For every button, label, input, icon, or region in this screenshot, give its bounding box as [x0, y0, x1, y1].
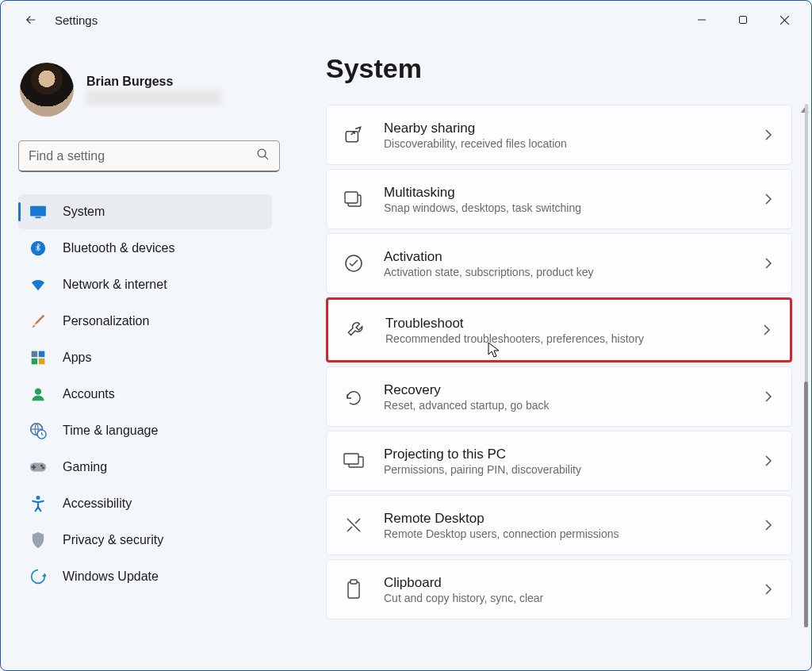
- card-subtitle: Reset, advanced startup, go back: [384, 399, 745, 412]
- title-bar: Settings: [1, 1, 811, 39]
- card-subtitle: Permissions, pairing PIN, discoverabilit…: [384, 463, 745, 476]
- sidebar-item-label: Network & internet: [63, 278, 167, 292]
- remote-icon: [343, 514, 365, 536]
- main-content: System Nearby sharing Discoverability, r…: [286, 39, 811, 670]
- display-icon: [29, 203, 47, 220]
- card-title: Projecting to this PC: [384, 447, 745, 462]
- svg-rect-19: [345, 192, 358, 203]
- wifi-icon: [29, 276, 47, 293]
- chevron-right-icon: [764, 520, 776, 531]
- card-title: Remote Desktop: [384, 511, 745, 527]
- card-title: Clipboard: [384, 575, 745, 591]
- sidebar-item-label: System: [63, 205, 105, 219]
- profile-name: Brian Burgess: [86, 75, 221, 89]
- card-title: Multitasking: [384, 185, 745, 201]
- sidebar-item-label: Gaming: [63, 460, 107, 474]
- scrollbar-thumb[interactable]: [804, 382, 808, 627]
- recovery-icon: [343, 385, 365, 408]
- svg-point-16: [36, 496, 40, 500]
- sidebar-item-bluetooth[interactable]: Bluetooth & devices: [18, 231, 272, 266]
- card-nearby-sharing[interactable]: Nearby sharing Discoverability, received…: [326, 105, 792, 165]
- chevron-right-icon: [764, 391, 776, 402]
- svg-rect-23: [348, 582, 359, 598]
- card-title: Troubleshoot: [385, 316, 744, 332]
- clipboard-icon: [343, 578, 365, 600]
- card-subtitle: Activation state, subscriptions, product…: [384, 266, 745, 278]
- svg-rect-8: [32, 359, 38, 365]
- update-icon: [29, 568, 47, 585]
- svg-point-2: [258, 149, 266, 157]
- sidebar-item-privacy[interactable]: Privacy & security: [18, 523, 272, 558]
- card-projecting[interactable]: Projecting to this PC Permissions, pairi…: [326, 431, 792, 491]
- chevron-right-icon: [764, 455, 776, 466]
- svg-point-10: [35, 389, 41, 395]
- sidebar-item-time-language[interactable]: Time & language: [18, 413, 272, 448]
- sidebar-item-label: Accessibility: [63, 497, 132, 511]
- accessibility-icon: [29, 495, 47, 512]
- svg-point-15: [42, 467, 44, 470]
- card-clipboard[interactable]: Clipboard Cut and copy history, sync, cl…: [326, 559, 792, 619]
- globe-clock-icon: [29, 422, 47, 439]
- multitask-icon: [343, 188, 365, 210]
- chevron-right-icon: [764, 258, 776, 269]
- card-remote-desktop[interactable]: Remote Desktop Remote Desktop users, con…: [326, 495, 792, 555]
- profile-email: [86, 90, 221, 105]
- svg-rect-24: [350, 580, 357, 584]
- nav-list: System Bluetooth & devices Network & int…: [18, 194, 272, 594]
- search-input[interactable]: [29, 149, 250, 163]
- sidebar-item-accessibility[interactable]: Accessibility: [18, 486, 272, 521]
- chevron-right-icon: [764, 129, 776, 140]
- page-title: System: [326, 53, 792, 84]
- project-icon: [343, 450, 365, 472]
- shield-icon: [29, 531, 47, 549]
- sidebar-item-label: Personalization: [63, 314, 149, 328]
- maximize-button[interactable]: [722, 4, 764, 36]
- sidebar-item-label: Windows Update: [63, 569, 159, 584]
- search-box[interactable]: [18, 140, 280, 172]
- sidebar-item-network[interactable]: Network & internet: [18, 267, 272, 302]
- card-subtitle: Discoverability, received files location: [384, 137, 745, 150]
- chevron-right-icon: [764, 194, 776, 205]
- sidebar-item-system[interactable]: System: [18, 194, 272, 229]
- sidebar: Brian Burgess System Bluetooth & devices…: [1, 39, 286, 670]
- chevron-right-icon: [764, 584, 776, 595]
- sidebar-item-label: Time & language: [63, 424, 158, 438]
- person-icon: [29, 385, 47, 403]
- card-title: Nearby sharing: [384, 121, 745, 136]
- sidebar-item-label: Bluetooth & devices: [63, 241, 174, 255]
- card-subtitle: Snap windows, desktops, task switching: [384, 201, 745, 214]
- brush-icon: [29, 312, 47, 330]
- sidebar-item-apps[interactable]: Apps: [18, 340, 272, 375]
- svg-rect-7: [39, 351, 45, 358]
- check-circle-icon: [343, 252, 365, 274]
- sidebar-item-label: Privacy & security: [63, 533, 163, 547]
- svg-rect-6: [32, 351, 38, 358]
- profile[interactable]: Brian Burgess: [20, 63, 272, 117]
- svg-rect-4: [35, 217, 40, 218]
- svg-rect-17: [346, 132, 358, 142]
- bluetooth-icon: [29, 240, 47, 257]
- svg-point-14: [40, 465, 43, 467]
- card-multitasking[interactable]: Multitasking Snap windows, desktops, tas…: [326, 169, 792, 229]
- chevron-right-icon: [763, 324, 774, 336]
- sidebar-item-update[interactable]: Windows Update: [18, 559, 272, 594]
- card-recovery[interactable]: Recovery Reset, advanced startup, go bac…: [326, 366, 792, 427]
- card-title: Activation: [384, 249, 745, 265]
- svg-rect-3: [30, 206, 46, 217]
- avatar: [20, 63, 74, 117]
- card-subtitle: Recommended troubleshooters, preferences…: [385, 332, 744, 345]
- search-icon: [256, 148, 270, 164]
- sidebar-item-accounts[interactable]: Accounts: [18, 377, 272, 412]
- close-button[interactable]: [764, 4, 805, 36]
- back-button[interactable]: [15, 4, 47, 36]
- svg-rect-1: [740, 17, 747, 24]
- app-title: Settings: [55, 13, 98, 27]
- wrench-icon: [344, 319, 366, 341]
- sidebar-item-label: Apps: [63, 351, 91, 365]
- card-activation[interactable]: Activation Activation state, subscriptio…: [326, 233, 792, 293]
- card-troubleshoot[interactable]: Troubleshoot Recommended troubleshooters…: [326, 297, 792, 362]
- sidebar-item-gaming[interactable]: Gaming: [18, 450, 272, 485]
- minimize-button[interactable]: [681, 4, 722, 36]
- sidebar-item-personalization[interactable]: Personalization: [18, 304, 272, 339]
- share-icon: [343, 124, 365, 146]
